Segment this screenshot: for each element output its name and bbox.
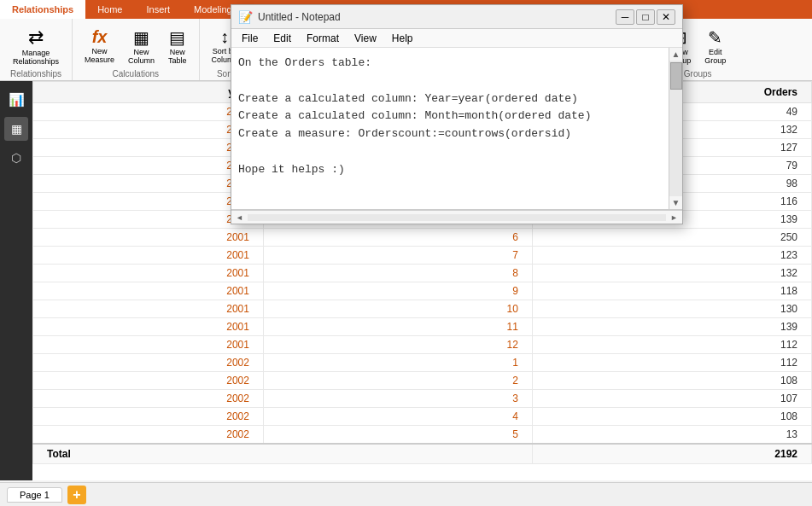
left-sidebar: 📊 ▦ ⬡ (0, 81, 32, 480)
notepad-scrollbar-right[interactable]: ▲ ▼ (669, 48, 682, 210)
notepad-menu-view[interactable]: View (348, 31, 383, 46)
notepad-title-text: Untitled - Notepad (258, 11, 610, 23)
scroll-thumb[interactable] (670, 62, 682, 90)
notepad-controls: ─ □ ✕ (616, 9, 675, 25)
cell-orders: 112 (532, 354, 811, 372)
cell-year: 2001 (33, 211, 264, 229)
cell-year: 2001 (33, 336, 264, 354)
scroll-up-button[interactable]: ▲ (669, 48, 682, 61)
new-column-button[interactable]: ▦ NewColumn (123, 25, 160, 67)
cell-year: 2001 (33, 139, 264, 157)
table-row: 20024108 (33, 408, 812, 426)
notepad-window: 📝 Untitled - Notepad ─ □ ✕ File Edit For… (231, 4, 683, 224)
cell-year: 2000 (33, 103, 264, 121)
new-measure-icon: fx (92, 27, 108, 47)
table-row: 20021112 (33, 354, 812, 372)
tab-home[interactable]: Home (85, 0, 134, 19)
cell-orders: 123 (532, 247, 811, 265)
table-total-row: Total2192 (33, 444, 812, 464)
scroll-down-button[interactable]: ▼ (669, 196, 682, 209)
toolbar-group-calculations: fx NewMeasure ▦ NewColumn ▤ NewTable Cal… (73, 19, 200, 80)
notepad-close-button[interactable]: ✕ (657, 9, 675, 25)
cell-month: 9 (263, 282, 532, 300)
manage-relationships-button[interactable]: ⇄ ManageRelationships (7, 24, 65, 68)
add-page-button[interactable]: + (67, 486, 86, 504)
cell-month: 2 (263, 372, 532, 390)
new-table-icon: ▤ (169, 27, 185, 48)
report-view-icon[interactable]: 📊 (4, 88, 28, 112)
cell-year: 2001 (33, 247, 264, 265)
edit-group-icon: ✎ (708, 27, 722, 48)
manage-relationships-icon: ⇄ (28, 26, 44, 49)
cell-orders: 139 (532, 318, 811, 336)
manage-relationships-label: ManageRelationships (13, 49, 59, 66)
total-value: 2192 (532, 444, 811, 464)
cell-year: 2001 (33, 193, 264, 211)
cell-orders: 108 (532, 408, 811, 426)
cell-orders: 112 (532, 336, 811, 354)
cell-year: 2001 (33, 157, 264, 175)
notepad-titlebar: 📝 Untitled - Notepad ─ □ ✕ (231, 5, 682, 29)
tab-relationships[interactable]: Relationships (0, 0, 85, 19)
cell-year: 2002 (33, 354, 264, 372)
cell-month: 3 (263, 390, 532, 408)
cell-orders: 132 (532, 265, 811, 282)
cell-month: 4 (263, 408, 532, 426)
cell-orders: 107 (532, 390, 811, 408)
cell-year: 2002 (33, 408, 264, 426)
cell-year: 2001 (33, 300, 264, 318)
notepad-scrollbar-bottom[interactable]: ◄ ► (231, 210, 682, 224)
col-header-year: year (33, 82, 264, 103)
edit-group-label: EditGroup (704, 48, 726, 65)
cell-year: 2001 (33, 282, 264, 300)
new-column-icon: ▦ (133, 27, 149, 48)
table-row: 20019118 (33, 282, 812, 300)
notepad-title-icon: 📝 (238, 10, 253, 24)
notepad-menubar: File Edit Format View Help (231, 29, 682, 48)
cell-month: 6 (263, 229, 532, 247)
new-measure-button[interactable]: fx NewMeasure (79, 25, 120, 67)
calculations-group-label: Calculations (79, 69, 192, 79)
cell-month: 5 (263, 426, 532, 445)
cell-year: 2001 (33, 229, 264, 247)
table-row: 20022108 (33, 372, 812, 390)
total-label: Total (33, 444, 533, 464)
cell-year: 2002 (33, 390, 264, 408)
toolbar-group-relationships: ⇄ ManageRelationships Relationships (0, 19, 73, 80)
cell-orders: 250 (532, 229, 811, 247)
cell-orders: 130 (532, 300, 811, 318)
cell-orders: 118 (532, 282, 811, 300)
cell-year: 2002 (33, 372, 264, 390)
notepad-minimize-button[interactable]: ─ (616, 9, 634, 25)
table-row: 20018132 (33, 265, 812, 282)
notepad-menu-edit[interactable]: Edit (266, 31, 298, 46)
cell-orders: 108 (532, 372, 811, 390)
bottom-bar: Page 1 + (0, 482, 812, 506)
cell-orders: 13 (532, 426, 811, 445)
scroll-left-button[interactable]: ◄ (233, 213, 246, 222)
page-tab[interactable]: Page 1 (7, 487, 62, 503)
cell-month: 8 (263, 265, 532, 282)
new-column-label: NewColumn (128, 48, 155, 65)
table-row: 20023107 (33, 390, 812, 408)
cell-year: 2001 (33, 318, 264, 336)
table-row: 20017123 (33, 247, 812, 265)
scroll-right-button[interactable]: ► (668, 213, 681, 222)
tab-insert[interactable]: Insert (134, 3, 182, 16)
edit-group-button[interactable]: ✎ EditGroup (699, 25, 731, 67)
notepad-menu-help[interactable]: Help (385, 31, 420, 46)
cell-month: 10 (263, 300, 532, 318)
new-measure-label: NewMeasure (85, 47, 114, 64)
cell-year: 2001 (33, 175, 264, 193)
new-table-button[interactable]: ▤ NewTable (163, 25, 192, 67)
notepad-menu-format[interactable]: Format (300, 31, 346, 46)
notepad-text-input[interactable]: On the Orders table: Create a calculated… (231, 48, 669, 210)
table-row: 200112112 (33, 336, 812, 354)
model-view-icon[interactable]: ⬡ (4, 146, 28, 170)
cell-year: 2002 (33, 426, 264, 445)
data-view-icon[interactable]: ▦ (4, 117, 28, 141)
notepad-maximize-button[interactable]: □ (636, 9, 655, 25)
notepad-menu-file[interactable]: File (235, 31, 265, 46)
scroll-track (669, 61, 682, 196)
table-row: 200110130 (33, 300, 812, 318)
